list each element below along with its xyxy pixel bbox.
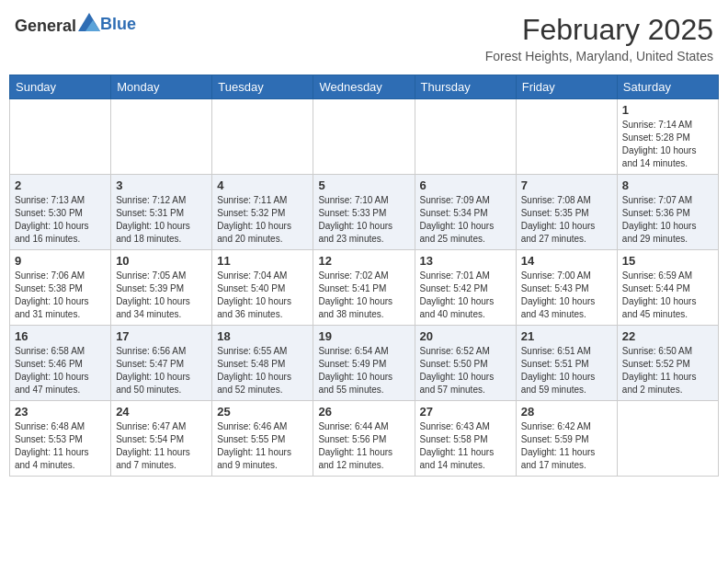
- page-header: General Blue February 2025 Forest Height…: [9, 9, 719, 67]
- calendar-cell: [10, 99, 111, 175]
- calendar-cell: 12Sunrise: 7:02 AMSunset: 5:41 PMDayligh…: [313, 250, 415, 326]
- day-number: 7: [521, 178, 612, 192]
- day-info: Sunrise: 6:55 AMSunset: 5:48 PMDaylight:…: [217, 345, 308, 396]
- day-of-week-header: Friday: [516, 75, 617, 99]
- day-number: 23: [15, 405, 106, 419]
- day-of-week-header: Saturday: [617, 75, 718, 99]
- day-number: 12: [318, 254, 409, 268]
- logo-blue: Blue: [100, 15, 136, 33]
- calendar-week-row: 23Sunrise: 6:48 AMSunset: 5:53 PMDayligh…: [10, 401, 719, 477]
- logo-icon: [78, 13, 100, 31]
- calendar-week-row: 9Sunrise: 7:06 AMSunset: 5:38 PMDaylight…: [10, 250, 719, 326]
- calendar-cell: [415, 99, 516, 175]
- day-info: Sunrise: 7:08 AMSunset: 5:35 PMDaylight:…: [521, 194, 612, 246]
- day-info: Sunrise: 7:00 AMSunset: 5:43 PMDaylight:…: [521, 270, 612, 321]
- day-info: Sunrise: 7:06 AMSunset: 5:38 PMDaylight:…: [15, 270, 106, 321]
- day-of-week-header: Monday: [111, 75, 212, 99]
- calendar-cell: 15Sunrise: 6:59 AMSunset: 5:44 PMDayligh…: [617, 250, 718, 326]
- calendar-week-row: 2Sunrise: 7:13 AMSunset: 5:30 PMDaylight…: [10, 175, 719, 250]
- calendar-cell: [516, 99, 617, 175]
- day-number: 5: [318, 178, 409, 192]
- calendar-header-row: SundayMondayTuesdayWednesdayThursdayFrid…: [10, 75, 719, 99]
- day-info: Sunrise: 7:10 AMSunset: 5:33 PMDaylight:…: [318, 194, 409, 246]
- day-number: 26: [318, 405, 409, 419]
- calendar-cell: 9Sunrise: 7:06 AMSunset: 5:38 PMDaylight…: [10, 250, 111, 326]
- day-info: Sunrise: 6:56 AMSunset: 5:47 PMDaylight:…: [116, 345, 207, 396]
- calendar-cell: 11Sunrise: 7:04 AMSunset: 5:40 PMDayligh…: [212, 250, 313, 326]
- calendar-cell: 4Sunrise: 7:11 AMSunset: 5:32 PMDaylight…: [212, 175, 313, 250]
- day-info: Sunrise: 7:12 AMSunset: 5:31 PMDaylight:…: [116, 194, 207, 246]
- calendar-cell: 6Sunrise: 7:09 AMSunset: 5:34 PMDaylight…: [415, 175, 516, 250]
- day-number: 25: [217, 405, 308, 419]
- calendar-cell: 3Sunrise: 7:12 AMSunset: 5:31 PMDaylight…: [111, 175, 212, 250]
- day-info: Sunrise: 6:46 AMSunset: 5:55 PMDaylight:…: [217, 420, 308, 472]
- calendar-cell: 16Sunrise: 6:58 AMSunset: 5:46 PMDayligh…: [10, 326, 111, 401]
- calendar-cell: 23Sunrise: 6:48 AMSunset: 5:53 PMDayligh…: [10, 401, 111, 477]
- day-number: 11: [217, 254, 308, 268]
- logo-general: General: [15, 17, 76, 35]
- day-number: 4: [217, 178, 308, 192]
- calendar-week-row: 16Sunrise: 6:58 AMSunset: 5:46 PMDayligh…: [10, 326, 719, 401]
- day-number: 6: [420, 178, 511, 192]
- day-info: Sunrise: 6:50 AMSunset: 5:52 PMDaylight:…: [622, 345, 713, 396]
- day-number: 28: [521, 405, 612, 419]
- day-of-week-header: Wednesday: [313, 75, 415, 99]
- day-of-week-header: Thursday: [415, 75, 516, 99]
- calendar-cell: 25Sunrise: 6:46 AMSunset: 5:55 PMDayligh…: [212, 401, 313, 477]
- location-title: Forest Heights, Maryland, United States: [485, 49, 713, 63]
- calendar-cell: 22Sunrise: 6:50 AMSunset: 5:52 PMDayligh…: [617, 326, 718, 401]
- calendar-cell: 5Sunrise: 7:10 AMSunset: 5:33 PMDaylight…: [313, 175, 415, 250]
- day-info: Sunrise: 7:09 AMSunset: 5:34 PMDaylight:…: [420, 194, 511, 246]
- day-info: Sunrise: 6:48 AMSunset: 5:53 PMDaylight:…: [15, 420, 106, 472]
- day-number: 19: [318, 329, 409, 343]
- calendar-cell: 14Sunrise: 7:00 AMSunset: 5:43 PMDayligh…: [516, 250, 617, 326]
- calendar-cell: 24Sunrise: 6:47 AMSunset: 5:54 PMDayligh…: [111, 401, 212, 477]
- day-info: Sunrise: 6:44 AMSunset: 5:56 PMDaylight:…: [318, 420, 409, 472]
- day-number: 13: [420, 254, 511, 268]
- calendar-cell: 20Sunrise: 6:52 AMSunset: 5:50 PMDayligh…: [415, 326, 516, 401]
- calendar-cell: [617, 401, 718, 477]
- title-area: February 2025 Forest Heights, Maryland, …: [485, 13, 713, 63]
- day-of-week-header: Sunday: [10, 75, 111, 99]
- day-number: 16: [15, 329, 106, 343]
- calendar-cell: 10Sunrise: 7:05 AMSunset: 5:39 PMDayligh…: [111, 250, 212, 326]
- calendar-cell: 7Sunrise: 7:08 AMSunset: 5:35 PMDaylight…: [516, 175, 617, 250]
- day-info: Sunrise: 7:02 AMSunset: 5:41 PMDaylight:…: [318, 270, 409, 321]
- day-number: 21: [521, 329, 612, 343]
- calendar-cell: 17Sunrise: 6:56 AMSunset: 5:47 PMDayligh…: [111, 326, 212, 401]
- day-info: Sunrise: 6:43 AMSunset: 5:58 PMDaylight:…: [420, 420, 511, 472]
- day-info: Sunrise: 6:51 AMSunset: 5:51 PMDaylight:…: [521, 345, 612, 396]
- calendar-cell: 26Sunrise: 6:44 AMSunset: 5:56 PMDayligh…: [313, 401, 415, 477]
- day-number: 1: [622, 103, 713, 117]
- calendar-cell: [313, 99, 415, 175]
- day-number: 18: [217, 329, 308, 343]
- logo: General Blue: [15, 13, 136, 36]
- calendar-cell: [111, 99, 212, 175]
- day-number: 17: [116, 329, 207, 343]
- calendar-cell: [212, 99, 313, 175]
- day-number: 24: [116, 405, 207, 419]
- calendar-cell: 1Sunrise: 7:14 AMSunset: 5:28 PMDaylight…: [617, 99, 718, 175]
- day-number: 22: [622, 329, 713, 343]
- day-info: Sunrise: 7:11 AMSunset: 5:32 PMDaylight:…: [217, 194, 308, 246]
- day-info: Sunrise: 7:14 AMSunset: 5:28 PMDaylight:…: [622, 119, 713, 170]
- day-info: Sunrise: 6:54 AMSunset: 5:49 PMDaylight:…: [318, 345, 409, 396]
- day-info: Sunrise: 7:13 AMSunset: 5:30 PMDaylight:…: [15, 194, 106, 246]
- calendar-cell: 21Sunrise: 6:51 AMSunset: 5:51 PMDayligh…: [516, 326, 617, 401]
- day-info: Sunrise: 7:07 AMSunset: 5:36 PMDaylight:…: [622, 194, 713, 246]
- day-number: 8: [622, 178, 713, 192]
- day-info: Sunrise: 7:01 AMSunset: 5:42 PMDaylight:…: [420, 270, 511, 321]
- calendar-week-row: 1Sunrise: 7:14 AMSunset: 5:28 PMDaylight…: [10, 99, 719, 175]
- day-of-week-header: Tuesday: [212, 75, 313, 99]
- day-number: 27: [420, 405, 511, 419]
- day-info: Sunrise: 6:42 AMSunset: 5:59 PMDaylight:…: [521, 420, 612, 472]
- calendar-cell: 2Sunrise: 7:13 AMSunset: 5:30 PMDaylight…: [10, 175, 111, 250]
- day-info: Sunrise: 6:47 AMSunset: 5:54 PMDaylight:…: [116, 420, 207, 472]
- day-number: 2: [15, 178, 106, 192]
- calendar-table: SundayMondayTuesdayWednesdayThursdayFrid…: [9, 75, 719, 477]
- month-title: February 2025: [485, 13, 713, 47]
- calendar-cell: 13Sunrise: 7:01 AMSunset: 5:42 PMDayligh…: [415, 250, 516, 326]
- calendar-cell: 18Sunrise: 6:55 AMSunset: 5:48 PMDayligh…: [212, 326, 313, 401]
- day-number: 15: [622, 254, 713, 268]
- day-info: Sunrise: 6:58 AMSunset: 5:46 PMDaylight:…: [15, 345, 106, 396]
